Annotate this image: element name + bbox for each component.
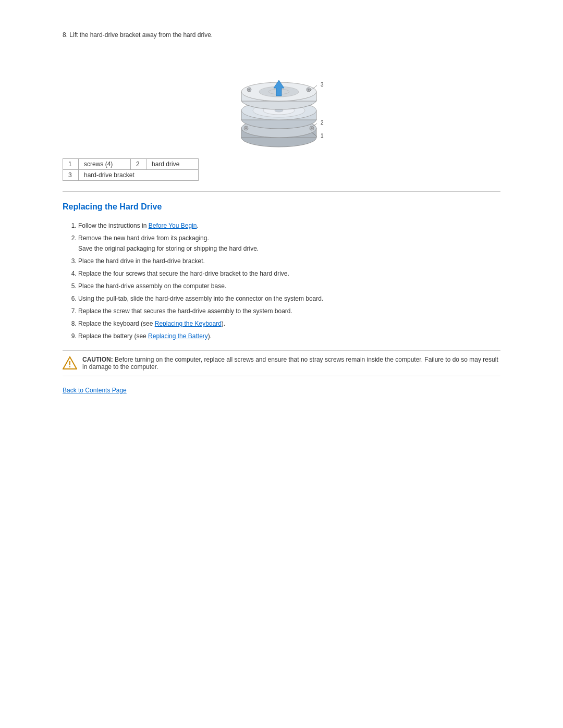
back-to-contents-link[interactable]: Back to Contents Page xyxy=(63,387,127,394)
part-label-1: screws (4) xyxy=(79,159,131,170)
step-6: Using the pull-tab, slide the hard-drive… xyxy=(78,295,500,302)
part-label-2: hard drive xyxy=(146,159,199,170)
before-you-begin-link[interactable]: Before You Begin xyxy=(149,222,197,229)
step-6-text: Using the pull-tab, slide the hard-drive… xyxy=(78,295,323,302)
step-9-text-after: ). xyxy=(208,332,212,340)
step-8-text-before: Replace the keyboard (see xyxy=(78,320,155,327)
step-3: Place the hard drive in the hard-drive b… xyxy=(78,257,500,265)
step-9: Replace the battery (see Replacing the B… xyxy=(78,332,500,340)
step-8-text-after: ). xyxy=(222,320,225,327)
step-5-text: Place the hard-drive assembly on the com… xyxy=(78,282,226,290)
replacement-steps-list: Follow the instructions in Before You Be… xyxy=(63,222,500,340)
step-9-text-before: Replace the battery (see xyxy=(78,332,148,340)
part-num-2: 2 xyxy=(131,159,146,170)
step-2-subnote: Save the original packaging for storing … xyxy=(78,245,500,252)
step-2-text: Remove the new hard drive from its packa… xyxy=(78,235,209,242)
step-5: Place the hard-drive assembly on the com… xyxy=(78,282,500,290)
step-3-text: Place the hard drive in the hard-drive b… xyxy=(78,257,205,265)
part-num-3: 3 xyxy=(63,170,79,181)
part-num-1: 1 xyxy=(63,159,79,170)
step-1: Follow the instructions in Before You Be… xyxy=(78,222,500,229)
step-4: Replace the four screws that secure the … xyxy=(78,270,500,277)
caution-text: CAUTION: Before turning on the computer,… xyxy=(82,356,500,371)
step-8: Replace the keyboard (see Replacing the … xyxy=(78,320,500,327)
section-divider xyxy=(63,191,500,192)
caution-label: CAUTION: xyxy=(82,356,113,363)
step8-intro-text: 8. Lift the hard-drive bracket away from… xyxy=(63,31,500,39)
svg-text:!: ! xyxy=(68,360,71,369)
step-7: Replace the screw that secures the hard-… xyxy=(78,307,500,315)
caution-box: ! CAUTION: Before turning on the compute… xyxy=(63,350,500,376)
hard-drive-diagram: 3 2 1 xyxy=(224,49,339,148)
hard-drive-image-container: 3 2 1 xyxy=(63,49,500,148)
part-label-3: hard-drive bracket xyxy=(79,170,199,181)
svg-text:3: 3 xyxy=(321,82,324,88)
replacing-hard-drive-title: Replacing the Hard Drive xyxy=(63,202,500,212)
step-2: Remove the new hard drive from its packa… xyxy=(78,235,500,252)
replacing-keyboard-link[interactable]: Replacing the Keyboard xyxy=(155,320,222,327)
step-1-text-after: . xyxy=(197,222,198,229)
step-1-text-before: Follow the instructions in xyxy=(78,222,149,229)
step-7-text: Replace the screw that secures the hard-… xyxy=(78,307,292,315)
caution-body: Before turning on the computer, replace … xyxy=(82,356,498,371)
svg-text:2: 2 xyxy=(321,120,324,126)
step-4-text: Replace the four screws that secure the … xyxy=(78,270,289,277)
back-link-container: Back to Contents Page xyxy=(63,387,500,394)
caution-icon: ! xyxy=(63,356,77,371)
replacing-battery-link[interactable]: Replacing the Battery xyxy=(148,332,208,340)
svg-text:1: 1 xyxy=(321,133,324,139)
parts-reference-table: 1 screws (4) 2 hard drive 3 hard-drive b… xyxy=(63,158,199,181)
